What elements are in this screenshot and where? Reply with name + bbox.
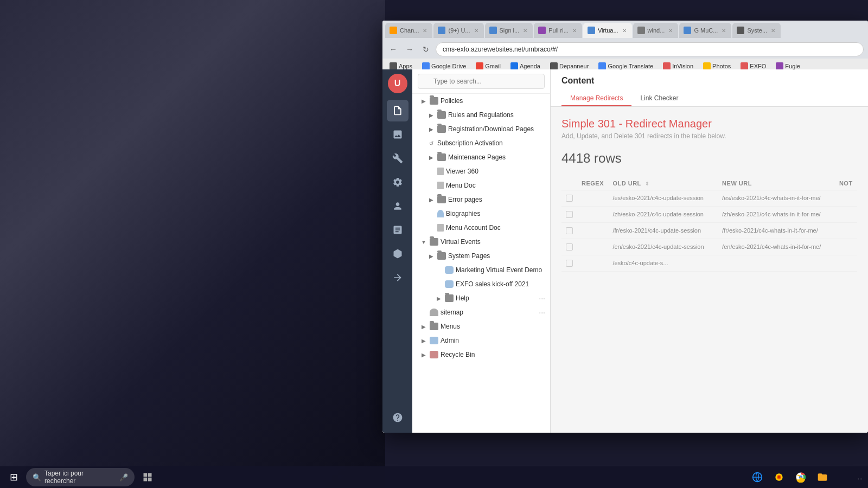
browser-chrome: Chan... ✕ (9+) U... ✕ Sign i... ✕ Pull r… <box>382 21 868 69</box>
tree-item-registration[interactable]: ▶ Registration/Download Pages <box>412 122 550 136</box>
tab-4[interactable]: Pull ri... ✕ <box>534 23 582 38</box>
sidebar-help-icon[interactable] <box>387 407 409 428</box>
folder-icon-registration <box>437 125 446 133</box>
forward-button[interactable]: → <box>403 43 416 56</box>
tab-2[interactable]: (9+) U... ✕ <box>433 23 483 38</box>
tree-item-subscription[interactable]: ↺ Subscription Activation <box>412 136 550 150</box>
tree-item-sitemap[interactable]: ▶ sitemap ··· <box>412 305 550 319</box>
redirect-manager-subtitle: Add, Update, and Delete 301 redirects in… <box>561 132 857 140</box>
sidebar-media-icon[interactable] <box>387 124 409 145</box>
tree-item-errorpages[interactable]: ▶ Error pages <box>412 192 550 207</box>
tree-dots-help[interactable]: ··· <box>537 294 547 303</box>
tree-content[interactable]: ▶ Policies ▶ Rules and Regulations ▶ Reg… <box>412 94 550 433</box>
chevron-virtualevents: ▼ <box>420 238 427 246</box>
tree-item-rules[interactable]: ▶ Rules and Regulations <box>412 108 550 122</box>
back-button[interactable]: ← <box>387 43 400 56</box>
col-new-url[interactable]: NEW URL <box>718 177 826 190</box>
row-checkbox-4[interactable] <box>566 243 573 251</box>
tab-1[interactable]: Chan... ✕ <box>385 23 432 38</box>
tab-5[interactable]: Virtua... ✕ <box>583 23 632 38</box>
umbraco-logo[interactable]: U <box>388 74 407 93</box>
bookmark-icon-exfo <box>741 62 748 70</box>
tree-item-viewer360[interactable]: ▶ Viewer 360 <box>412 164 550 178</box>
sidebar-packages-icon[interactable] <box>387 243 409 265</box>
tab-close-5[interactable]: ✕ <box>621 27 628 34</box>
tab-close-3[interactable]: ✕ <box>522 27 528 34</box>
tab-close-8[interactable]: ✕ <box>770 27 776 34</box>
sidebar-tools-icon[interactable] <box>387 147 409 169</box>
tree-item-help[interactable]: ▶ Help ··· <box>412 291 550 305</box>
tree-item-maintenance[interactable]: ▶ Maintenance Pages <box>412 150 550 164</box>
sidebar-users-icon[interactable] <box>387 195 409 217</box>
row-old-url-5: /esko/c4c-update-s... <box>612 260 668 266</box>
taskbar-explorer-icon[interactable] <box>814 468 831 486</box>
table-row: /es/esko-2021/c4c-update-session /es/esk… <box>561 190 857 207</box>
tab-link-checker[interactable]: Link Checker <box>631 91 687 106</box>
taskbar-chrome-icon[interactable] <box>792 468 809 486</box>
microphone-icon[interactable]: 🎤 <box>119 473 128 481</box>
bookmark-icon-agenda <box>510 62 518 70</box>
tree-dots-sitemap[interactable]: ··· <box>537 308 547 317</box>
tree-item-menuaccountdoc[interactable]: ▶ Menu Account Doc <box>412 221 550 235</box>
refresh-button[interactable]: ↻ <box>419 43 432 56</box>
table-row: /en/esko-2021/c4c-update-session /en/esk… <box>561 239 857 255</box>
bookmark-icon-googledrive <box>422 62 430 70</box>
taskbar-search[interactable]: 🔍 Taper ici pour rechercher 🎤 <box>26 468 135 486</box>
tree-item-biographies[interactable]: ▶ Biographies <box>412 207 550 221</box>
taskbar-search-icon: 🔍 <box>33 473 41 481</box>
search-input[interactable] <box>418 74 545 89</box>
icon-admin <box>430 337 438 344</box>
sort-icon-old-url[interactable]: ⇕ <box>645 181 650 187</box>
taskbar-ie-icon[interactable] <box>749 468 766 486</box>
row-checkbox-2[interactable] <box>566 211 573 218</box>
folder-icon-rules <box>437 111 446 119</box>
row-regex-4 <box>577 239 608 255</box>
tab-manage-redirects[interactable]: Manage Redirects <box>561 91 631 106</box>
row-old-url-1: /es/esko-2021/c4c-update-session <box>612 195 704 201</box>
tree-item-admin[interactable]: ▶ Admin <box>412 333 550 348</box>
tab-7[interactable]: G MuC... ✕ <box>679 23 731 38</box>
tab-close-7[interactable]: ✕ <box>720 27 727 34</box>
tree-item-exfosales[interactable]: ▶ EXFO sales kick-off 2021 <box>412 277 550 291</box>
tab-close-1[interactable]: ✕ <box>422 27 428 34</box>
tree-item-recyclebin[interactable]: ▶ Recycle Bin <box>412 348 550 362</box>
sidebar-delivery-icon[interactable] <box>387 267 409 288</box>
tree-item-policies[interactable]: ▶ Policies <box>412 94 550 108</box>
tree-item-systempages[interactable]: ▶ System Pages <box>412 249 550 263</box>
tab-6[interactable]: wind... ✕ <box>633 23 679 38</box>
taskbar-firefox-icon[interactable] <box>770 468 788 486</box>
start-button[interactable]: ⊞ <box>5 471 22 483</box>
sidebar-settings-icon[interactable] <box>387 171 409 193</box>
chevron-admin: ▶ <box>420 337 427 344</box>
address-bar-row: ← → ↻ cms-exfo.azurewebsites.net/umbraco… <box>382 40 868 59</box>
sidebar-reports-icon[interactable] <box>387 219 409 241</box>
tab-close-4[interactable]: ✕ <box>571 27 578 34</box>
taskbar-multidesktop[interactable] <box>139 468 156 486</box>
search-bar: 🔍 <box>412 69 550 94</box>
doc-icon-menuaccountdoc <box>437 224 444 232</box>
tree-item-menudoc[interactable]: ▶ Menu Doc <box>412 178 550 192</box>
row-checkbox-3[interactable] <box>566 227 573 234</box>
sidebar-content-icon[interactable] <box>387 100 409 121</box>
tab-close-6[interactable]: ✕ <box>667 27 674 34</box>
col-regex[interactable]: REGEX <box>577 177 608 190</box>
col-spacer2 <box>826 177 835 190</box>
content-panel-title: Content <box>561 76 857 86</box>
bookmark-icon-apps <box>390 62 397 70</box>
taskbar: ⊞ 🔍 Taper ici pour rechercher 🎤 <box>0 466 868 488</box>
chevron-policies: ▶ <box>420 97 427 105</box>
tab-3[interactable]: Sign i... ✕ <box>485 23 533 38</box>
address-bar[interactable]: cms-exfo.azurewebsites.net/umbraco/#/ <box>436 42 864 56</box>
folder-icon-errorpages <box>437 196 446 203</box>
tree-item-marketingvirtual[interactable]: ▶ Marketing Virtual Event Demo <box>412 263 550 277</box>
row-checkbox-5[interactable] <box>566 260 573 267</box>
row-checkbox-1[interactable] <box>566 195 573 202</box>
tab-8[interactable]: Syste... ✕ <box>732 23 781 38</box>
chevron-menus: ▶ <box>420 323 427 330</box>
col-old-url[interactable]: OLD URL ⇕ <box>608 177 709 190</box>
chevron-help: ▶ <box>435 294 443 302</box>
row-old-url-3: /fr/esko-2021/c4c-update-session <box>612 227 701 234</box>
tree-item-menus[interactable]: ▶ Menus <box>412 319 550 333</box>
tree-item-virtualevents[interactable]: ▼ Virtual Events <box>412 235 550 249</box>
tab-close-2[interactable]: ✕ <box>473 27 480 34</box>
